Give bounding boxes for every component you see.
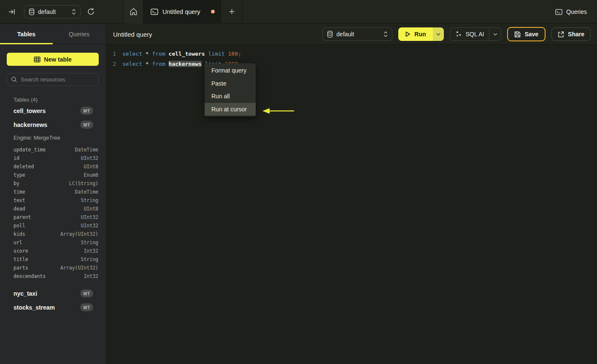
editor-context-menu: Format queryPasteRun allRun at cursor bbox=[205, 63, 256, 116]
code-token: from bbox=[152, 61, 168, 67]
topbar-database-select[interactable]: default bbox=[24, 5, 81, 19]
top-bar: default bbox=[0, 0, 597, 24]
code-token: cell_towers bbox=[169, 51, 205, 57]
column-row-title: titleString bbox=[7, 255, 99, 264]
code-token bbox=[205, 51, 208, 57]
column-name: poll bbox=[14, 223, 25, 229]
column-name: score bbox=[14, 248, 28, 254]
run-options-button[interactable] bbox=[433, 27, 444, 41]
play-icon bbox=[405, 31, 411, 37]
table-row-nyc_taxi[interactable]: nyc_taxiMT bbox=[7, 286, 99, 300]
engine-badge: MT bbox=[80, 107, 93, 115]
search-resources bbox=[7, 73, 99, 86]
code-text: select * from cell_towers limit 100; bbox=[116, 51, 241, 57]
engine-badge: MT bbox=[80, 121, 93, 129]
column-row-poll: pollUInt32 bbox=[7, 221, 99, 230]
queries-button[interactable]: Queries bbox=[555, 0, 587, 24]
column-name: by bbox=[14, 181, 19, 186]
table-row-hackernews[interactable]: hackernewsMT bbox=[7, 118, 99, 132]
code-token: select bbox=[122, 61, 146, 67]
code-token: from bbox=[152, 51, 168, 57]
table-grid-icon bbox=[34, 57, 41, 62]
table-name: cell_towers bbox=[14, 108, 46, 114]
sql-ai-button-group: SQL AI bbox=[450, 27, 502, 41]
save-button[interactable]: Save bbox=[507, 27, 546, 41]
column-row-time: timeDateTime bbox=[7, 188, 99, 196]
column-row-descendants: descendantsInt32 bbox=[7, 272, 99, 280]
sql-editor[interactable]: 1select * from cell_towers limit 100;2se… bbox=[106, 45, 597, 69]
spacer bbox=[7, 280, 99, 286]
column-type: Array(UInt32) bbox=[60, 231, 98, 237]
column-type: Int32 bbox=[84, 248, 98, 254]
column-name: parent bbox=[14, 214, 31, 220]
query-tab[interactable]: Untitled query bbox=[143, 0, 221, 24]
collapse-sidebar-button[interactable] bbox=[3, 0, 20, 24]
terminal-icon bbox=[151, 8, 158, 15]
table-row-stocks_stream[interactable]: stocks_streamMT bbox=[7, 300, 99, 314]
share-button-label: Share bbox=[568, 31, 584, 38]
menu-item-format-query[interactable]: Format query bbox=[205, 64, 256, 77]
column-row-parts: partsArray(UInt32) bbox=[7, 264, 99, 272]
share-button[interactable]: Share bbox=[551, 27, 591, 41]
code-line-1[interactable]: 1select * from cell_towers limit 100; bbox=[106, 49, 597, 59]
sql-ai-options-button[interactable] bbox=[489, 28, 501, 40]
column-name: id bbox=[14, 155, 19, 161]
menu-item-run-at-cursor[interactable]: Run at cursor bbox=[205, 103, 256, 116]
chevron-updown-icon bbox=[384, 31, 388, 37]
column-row-score: scoreInt32 bbox=[7, 247, 99, 255]
column-row-by: byLC(String) bbox=[7, 179, 99, 188]
menu-item-paste[interactable]: Paste bbox=[205, 77, 256, 90]
active-tab-underline bbox=[0, 43, 53, 44]
column-type: UInt32 bbox=[81, 214, 98, 220]
home-button[interactable] bbox=[124, 0, 143, 24]
new-table-button[interactable]: New table bbox=[7, 53, 99, 66]
column-type: DateTime bbox=[75, 189, 98, 195]
sidebar-tab-queries[interactable]: Queries bbox=[53, 24, 105, 44]
search-resources-input[interactable] bbox=[7, 73, 99, 86]
column-type: Enum8 bbox=[84, 172, 98, 178]
column-type: LC(String) bbox=[69, 181, 98, 186]
column-row-url: urlString bbox=[7, 238, 99, 247]
table-engine-label: Engine: MergeTree bbox=[7, 132, 99, 143]
column-type: UInt32 bbox=[81, 155, 98, 161]
sparkles-icon bbox=[455, 31, 462, 38]
column-row-deleted: deletedUInt8 bbox=[7, 162, 99, 171]
query-editor-panel: Untitled query default bbox=[106, 24, 597, 364]
toolbar-database-select[interactable]: default bbox=[322, 27, 392, 41]
code-line-2[interactable]: 2select * from hackernews limit 1000 bbox=[106, 59, 597, 69]
run-button-label: Run bbox=[414, 31, 426, 38]
plus-icon bbox=[229, 8, 235, 15]
column-row-type: typeEnum8 bbox=[7, 171, 99, 179]
engine-badge: MT bbox=[80, 289, 93, 297]
column-row-dead: deadUInt8 bbox=[7, 205, 99, 213]
chevron-down-icon bbox=[493, 33, 497, 36]
table-name: nyc_taxi bbox=[14, 290, 37, 297]
column-type: String bbox=[81, 197, 98, 203]
column-row-id: idUInt32 bbox=[7, 154, 99, 162]
column-type: UInt32 bbox=[81, 223, 98, 229]
refresh-button[interactable] bbox=[82, 0, 99, 24]
column-name: descendants bbox=[14, 273, 46, 279]
search-icon bbox=[11, 76, 17, 83]
new-table-button-label: New table bbox=[44, 56, 71, 63]
sidebar-tab-tables[interactable]: Tables bbox=[0, 24, 53, 44]
new-tab-button[interactable] bbox=[221, 0, 243, 24]
line-number: 2 bbox=[106, 61, 116, 67]
sql-ai-button[interactable]: SQL AI bbox=[450, 31, 489, 38]
editor-toolbar: Untitled query default bbox=[106, 24, 597, 45]
run-button[interactable]: Run bbox=[398, 27, 432, 41]
column-type: UInt8 bbox=[84, 164, 98, 170]
chevron-down-icon bbox=[436, 33, 440, 36]
table-list: cell_towersMThackernewsMTEngine: MergeTr… bbox=[7, 104, 99, 314]
run-button-group: Run bbox=[398, 27, 443, 41]
column-name: update_time bbox=[14, 147, 46, 153]
unsaved-changes-dot bbox=[211, 10, 215, 13]
menu-item-run-all[interactable]: Run all bbox=[205, 90, 256, 103]
column-name: parts bbox=[14, 265, 28, 271]
toolbar-database-select-value: default bbox=[336, 31, 354, 38]
column-row-update_time: update_timeDateTime bbox=[7, 146, 99, 154]
table-row-cell_towers[interactable]: cell_towersMT bbox=[7, 104, 99, 118]
home-icon bbox=[130, 8, 138, 16]
database-icon bbox=[29, 8, 35, 15]
code-token: limit bbox=[208, 51, 228, 57]
